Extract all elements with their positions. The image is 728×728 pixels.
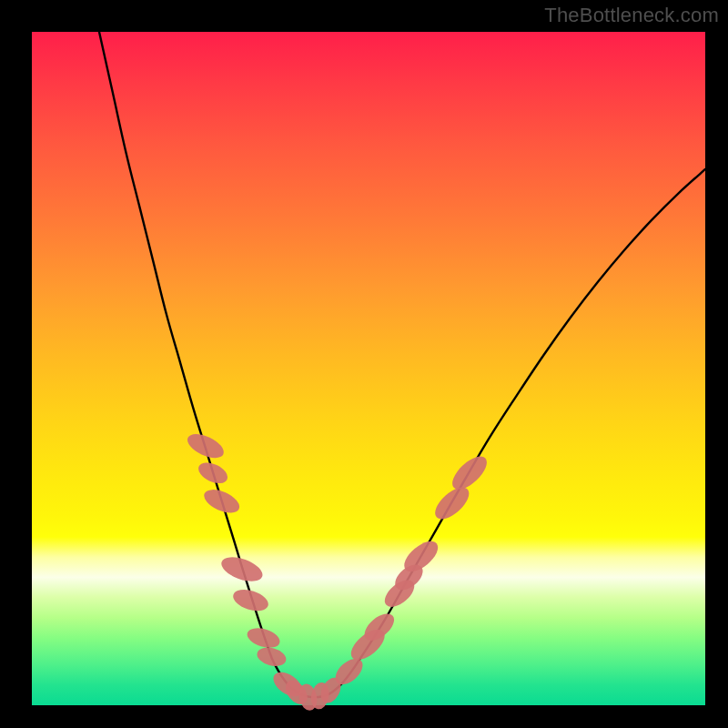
curve-bead <box>255 644 288 669</box>
curve-bead <box>184 430 228 463</box>
chart-svg <box>32 32 705 705</box>
curve-bead <box>430 481 474 524</box>
curve-bead <box>245 624 282 651</box>
curve-bead <box>196 459 231 488</box>
curve-bead <box>447 450 492 495</box>
chart-plot-area <box>32 32 705 705</box>
curve-bead <box>218 552 266 586</box>
curve-bead <box>230 586 270 615</box>
curve-beads-group <box>184 430 492 713</box>
curve-bead <box>201 485 243 518</box>
chart-frame: TheBottleneck.com <box>0 0 728 728</box>
watermark-text: TheBottleneck.com <box>544 4 719 27</box>
